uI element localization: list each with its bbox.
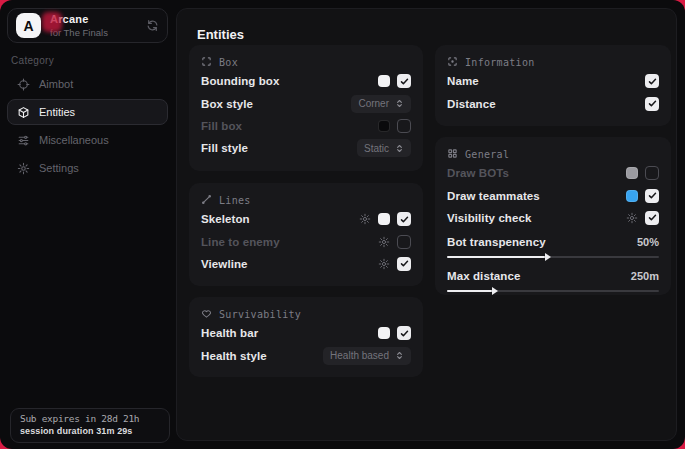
- color-swatch[interactable]: [626, 190, 638, 202]
- slider-thumb[interactable]: [492, 287, 498, 295]
- sidebar-nav: Aimbot Entities Miscellaneous: [7, 71, 168, 183]
- session-duration-text: session duration 31m 29s: [20, 426, 160, 436]
- slider-value: 50%: [637, 236, 659, 248]
- checkbox-unchecked[interactable]: [645, 166, 659, 180]
- category-label: Category: [11, 55, 54, 66]
- panel-box: Box Bounding box Box style Corner: [189, 45, 423, 171]
- setting-row-fill-style: Fill style Static: [201, 137, 411, 159]
- health-style-dropdown[interactable]: Health based: [323, 347, 411, 365]
- panel-general: General Draw BOTs Draw teammates: [435, 137, 671, 295]
- panel-title: Box: [219, 57, 238, 68]
- row-gear-icon[interactable]: [378, 236, 390, 248]
- setting-row-health-style: Health style Health based: [201, 344, 411, 366]
- sidebar-item-label: Settings: [39, 162, 79, 174]
- chevron-up-down-icon: [395, 144, 404, 153]
- row-gear-icon[interactable]: [626, 212, 638, 224]
- sidebar-item-settings[interactable]: Settings: [7, 155, 168, 181]
- setting-row-skeleton: Skeleton: [201, 208, 411, 230]
- checkbox-checked[interactable]: [645, 211, 659, 225]
- sync-icon[interactable]: [146, 19, 159, 32]
- bot-transparency-slider[interactable]: [447, 256, 659, 258]
- checkbox-checked[interactable]: [397, 257, 411, 271]
- row-gear-icon[interactable]: [359, 213, 371, 225]
- setting-row-distance: Distance: [447, 92, 659, 114]
- setting-row-bounding-box: Bounding box: [201, 70, 411, 92]
- max-distance-slider[interactable]: [447, 290, 659, 292]
- panel-survivability: Survivability Health bar Health style He…: [189, 297, 423, 377]
- chevron-up-down-icon: [395, 99, 404, 108]
- checkbox-unchecked[interactable]: [397, 235, 411, 249]
- sidebar-item-aimbot[interactable]: Aimbot: [7, 71, 168, 97]
- sidebar: A Arcane for The Finals Category: [0, 0, 175, 449]
- logo-glow: [42, 12, 62, 32]
- setting-row-draw-bots: Draw BOTs: [447, 162, 659, 184]
- panel-title: Survivability: [219, 309, 301, 320]
- box-style-dropdown[interactable]: Corner: [351, 95, 411, 113]
- brand-card: A Arcane for The Finals: [7, 8, 168, 43]
- row-gear-icon[interactable]: [378, 258, 390, 270]
- grid-icon: [447, 148, 458, 161]
- color-swatch[interactable]: [626, 167, 638, 179]
- checkbox-checked[interactable]: [645, 97, 659, 111]
- subscription-card: Sub expires in 28d 21h session duration …: [10, 408, 170, 443]
- fill-style-dropdown[interactable]: Static: [357, 139, 411, 157]
- sub-expires-text: Sub expires in 28d 21h: [20, 413, 160, 424]
- sliders-icon: [17, 134, 30, 147]
- panel-information: Information Name Distance: [435, 45, 671, 126]
- crosshair-icon: [17, 78, 30, 91]
- checkbox-checked[interactable]: [645, 74, 659, 88]
- box-brackets-icon: [201, 56, 212, 69]
- sidebar-item-label: Aimbot: [39, 78, 73, 90]
- checkbox-checked[interactable]: [397, 326, 411, 340]
- setting-row-viewline: Viewline: [201, 253, 411, 275]
- page-title: Entities: [197, 27, 244, 42]
- setting-row-health-bar: Health bar: [201, 322, 411, 344]
- gear-icon: [17, 162, 30, 175]
- setting-row-visibility-check: Visibility check: [447, 207, 659, 229]
- diagonal-line-icon: [201, 194, 212, 207]
- checkbox-checked[interactable]: [645, 189, 659, 203]
- max-distance-setting: Max distance 250m: [447, 267, 659, 292]
- slider-value: 250m: [631, 270, 659, 282]
- panel-title: Lines: [219, 195, 251, 206]
- app-logo: A: [16, 13, 41, 38]
- entities-icon: [17, 106, 30, 119]
- sidebar-item-label: Entities: [39, 106, 75, 118]
- heart-icon: [201, 308, 212, 321]
- color-swatch[interactable]: [378, 75, 390, 87]
- panel-title: Information: [465, 57, 535, 68]
- main-content: Entities Box Bounding box: [176, 8, 677, 441]
- setting-row-line-to-enemy: Line to enemy: [201, 230, 411, 252]
- color-swatch[interactable]: [378, 327, 390, 339]
- checkbox-unchecked[interactable]: [397, 119, 411, 133]
- sidebar-item-miscellaneous[interactable]: Miscellaneous: [7, 127, 168, 153]
- slider-thumb[interactable]: [545, 253, 551, 261]
- checkbox-checked[interactable]: [397, 212, 411, 226]
- app-window: A Arcane for The Finals Category: [0, 0, 685, 449]
- setting-row-name: Name: [447, 70, 659, 92]
- chevron-up-down-icon: [395, 351, 404, 360]
- panel-title: General: [465, 149, 509, 160]
- color-swatch[interactable]: [378, 120, 390, 132]
- bot-transparency-setting: Bot transpenency 50%: [447, 233, 659, 258]
- color-swatch[interactable]: [378, 213, 390, 225]
- setting-row-draw-teammates: Draw teammates: [447, 184, 659, 206]
- scan-icon: [447, 56, 458, 69]
- panel-lines: Lines Skeleton Line to enemy: [189, 183, 423, 286]
- setting-row-box-style: Box style Corner: [201, 92, 411, 114]
- sidebar-item-entities[interactable]: Entities: [7, 99, 168, 125]
- setting-row-fill-box: Fill box: [201, 115, 411, 137]
- sidebar-item-label: Miscellaneous: [39, 134, 109, 146]
- checkbox-checked[interactable]: [397, 74, 411, 88]
